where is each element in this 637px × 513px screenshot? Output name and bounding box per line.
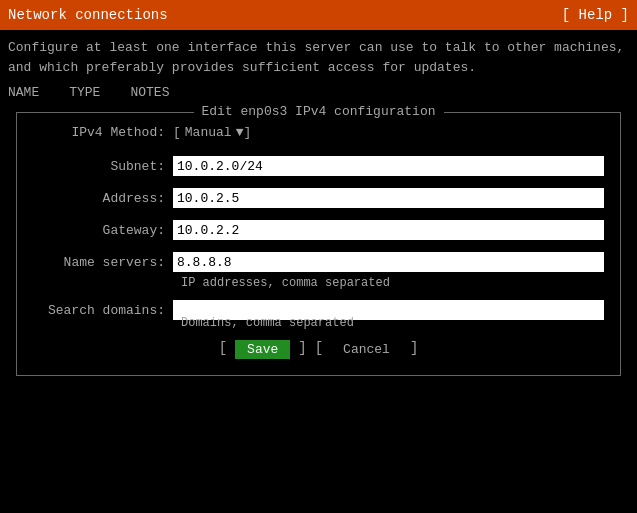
cancel-bracket-open: [ <box>315 340 323 359</box>
cancel-button[interactable]: Cancel <box>331 340 402 359</box>
app-title: Network connections <box>8 7 168 23</box>
col-type: TYPE <box>69 85 100 100</box>
edit-dialog: Edit enp0s3 IPv4 configuration IPv4 Meth… <box>16 112 621 376</box>
save-bracket-open: [ <box>219 340 227 359</box>
description: Configure at least one interface this se… <box>0 30 637 81</box>
gateway-label: Gateway: <box>33 223 173 238</box>
save-bracket-close: ] <box>298 340 306 359</box>
gateway-input[interactable] <box>173 220 604 240</box>
description-line2: and which preferably provides sufficient… <box>8 58 629 78</box>
search-domains-label: Search domains: <box>33 303 173 318</box>
help-button[interactable]: [ Help ] <box>562 7 629 23</box>
ipv4-method-select[interactable]: [ Manual ▼ ] <box>173 125 251 140</box>
name-servers-row: Name servers: <box>33 252 604 272</box>
col-notes: NOTES <box>130 85 169 100</box>
col-name: NAME <box>8 85 39 100</box>
subnet-input[interactable] <box>173 156 604 176</box>
buttons-row: [ Save ] [ Cancel ] <box>33 340 604 359</box>
name-servers-hint: IP addresses, comma separated <box>181 276 604 290</box>
ipv4-method-value: Manual <box>181 125 236 140</box>
column-headers: NAME TYPE NOTES <box>0 81 637 104</box>
description-line1: Configure at least one interface this se… <box>8 38 629 58</box>
save-button[interactable]: Save <box>235 340 290 359</box>
name-servers-label: Name servers: <box>33 255 173 270</box>
ipv4-method-row: IPv4 Method: [ Manual ▼ ] <box>33 125 604 140</box>
address-row: Address: <box>33 188 604 208</box>
name-servers-input[interactable] <box>173 252 604 272</box>
subnet-label: Subnet: <box>33 159 173 174</box>
cancel-bracket-close: ] <box>410 340 418 359</box>
bracket-open: [ <box>173 125 181 140</box>
address-label: Address: <box>33 191 173 206</box>
address-input[interactable] <box>173 188 604 208</box>
ipv4-method-label: IPv4 Method: <box>33 125 173 140</box>
gateway-row: Gateway: <box>33 220 604 240</box>
bracket-close: ] <box>243 125 251 140</box>
dialog-title: Edit enp0s3 IPv4 configuration <box>193 104 443 119</box>
dropdown-arrow: ▼ <box>236 125 244 140</box>
subnet-row: Subnet: <box>33 156 604 176</box>
top-bar: Network connections [ Help ] <box>0 0 637 30</box>
